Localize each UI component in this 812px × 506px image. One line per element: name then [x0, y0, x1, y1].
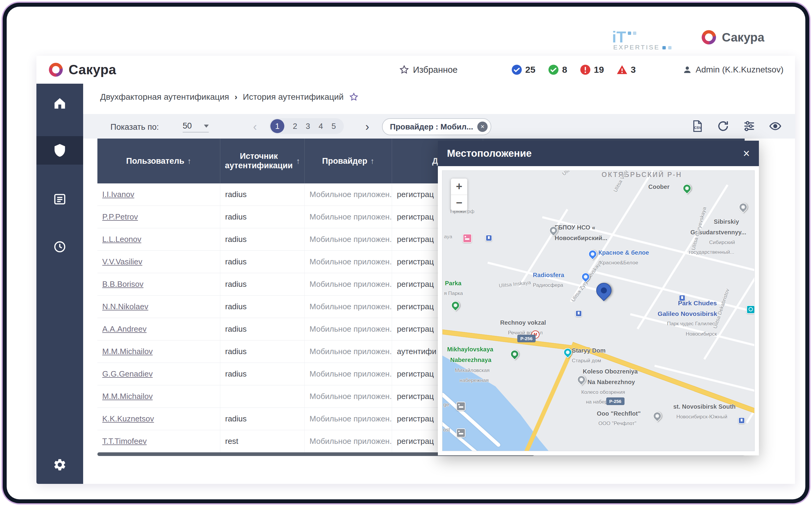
filter-chip-label: Провайдер : Мобил... — [390, 122, 473, 132]
column-header-user[interactable]: Пользователь ↑ — [97, 139, 220, 183]
provider-cell: Мобильное приложен... — [305, 385, 392, 408]
map-label: Красное & белое — [598, 249, 649, 256]
pagination-next[interactable]: › — [365, 119, 369, 134]
filter-chip-close-icon[interactable]: × — [477, 121, 488, 132]
provider-cell: Мобильное приложен... — [305, 228, 392, 250]
counter-success-total[interactable]: 25 — [511, 64, 535, 75]
zoom-in-button[interactable]: + — [451, 179, 467, 195]
column-header-provider[interactable]: Провайдер ↑ — [305, 139, 392, 183]
location-modal-body: + − ОКТЯБРЬСКИЙ Р-НUlitsa Sakko i VantCo… — [438, 166, 759, 455]
provider-cell: Мобильное приложен... — [305, 296, 392, 318]
source-cell: rest — [220, 430, 305, 452]
user-link[interactable]: G.G.Genadiev — [102, 369, 153, 379]
user-link[interactable]: T.T.Timofeev — [102, 437, 147, 446]
page-button-2[interactable]: 2 — [293, 121, 297, 131]
filter-settings-icon[interactable] — [743, 120, 755, 133]
warning-triangle-icon — [616, 64, 628, 75]
map-label: я Парка — [444, 290, 463, 297]
user-link[interactable]: B.B.Borisov — [102, 279, 144, 289]
check-circle-icon — [511, 64, 522, 75]
deco-square — [662, 46, 666, 50]
user-link[interactable]: I.I.Ivanov — [102, 190, 134, 199]
user-cell: M.M.Michailov — [97, 340, 220, 362]
map-pin-transit — [679, 295, 685, 301]
breadcrumb-favorite-star[interactable] — [349, 92, 359, 102]
map-label: Galileo Novosibirsk — [658, 310, 717, 318]
map-pin-hotel — [456, 402, 465, 411]
refresh-icon[interactable] — [717, 120, 730, 133]
map-pin-badge: P-256 — [517, 335, 535, 342]
sidebar-item-home[interactable] — [36, 89, 83, 118]
zoom-out-button[interactable]: − — [451, 195, 467, 211]
page-button-3[interactable]: 3 — [306, 121, 310, 131]
sort-asc-icon: ↑ — [370, 156, 374, 166]
provider-cell: Мобильное приложен... — [305, 206, 392, 228]
map-label: Сибирский — [709, 240, 735, 246]
user-link[interactable]: M.M.Michailov — [102, 392, 153, 401]
map-label: ost — [443, 427, 450, 433]
user-cell: I.I.Ivanov — [97, 183, 220, 205]
map-pin-green — [449, 299, 461, 311]
page-button-4[interactable]: 4 — [319, 121, 323, 131]
favorites-button[interactable]: Избранное — [399, 56, 458, 84]
user-cell: M.M.Michailov — [97, 385, 220, 408]
provider-cell: Мобильное приложен... — [305, 183, 392, 205]
page-size-select[interactable]: 50 — [183, 121, 209, 133]
column-header-source[interactable]: Источник аутентификации ↑ — [220, 139, 305, 183]
sidebar-item-security[interactable] — [36, 136, 83, 165]
map-pin-main[interactable] — [593, 279, 614, 301]
sakura-wordmark-top: Сакура — [722, 30, 764, 44]
map-label: Rechnoy vokzal — [500, 319, 546, 326]
check-circle-icon — [548, 64, 559, 75]
user-cell: G.G.Genadiev — [97, 363, 220, 385]
counter-warnings[interactable]: 3 — [616, 64, 636, 75]
map-canvas[interactable]: + − ОКТЯБРЬСКИЙ Р-НUlitsa Sakko i VantCo… — [442, 170, 755, 451]
pagination-pages: 12345 — [269, 118, 344, 134]
sidebar-item-settings[interactable] — [36, 450, 83, 479]
deco-square — [628, 31, 631, 35]
sidebar-item-history[interactable] — [36, 233, 83, 261]
user-cell: L.L.Leonov — [97, 228, 220, 250]
user-link[interactable]: P.P.Petrov — [102, 212, 138, 222]
provider-cell: Мобильное приложен... — [305, 363, 392, 385]
user-link[interactable]: N.N.Nikolaev — [102, 302, 148, 311]
sidebar-item-list[interactable] — [36, 185, 83, 214]
csv-export-icon[interactable]: CSV — [691, 120, 704, 133]
sakura-logo-header: Сакура — [47, 56, 116, 84]
breadcrumb-item-history[interactable]: История аутентификаций — [243, 92, 344, 102]
it-expertise-logo: iT EXPERTISE — [612, 31, 691, 51]
map-label: Новосибирск-Южный — [676, 414, 727, 420]
breadcrumb-item-2fa[interactable]: Двухфакторная аутентификация — [100, 92, 229, 102]
sort-asc-icon: ↑ — [187, 156, 191, 166]
user-cell: A.A.Andreev — [97, 318, 220, 340]
map-pin-tree — [509, 348, 521, 360]
eye-icon[interactable] — [769, 120, 782, 133]
exclamation-circle-icon — [580, 64, 591, 75]
map-label: Radiosfera — [533, 272, 564, 279]
table-actions: CSV — [691, 118, 782, 134]
pagination-prev[interactable]: ‹ — [253, 119, 257, 134]
user-link[interactable]: K.K.Kuznetsov — [102, 414, 154, 424]
status-counters: 258193 — [511, 56, 636, 84]
map-pin-gray — [651, 410, 663, 422]
user-link[interactable]: A.A.Andreev — [102, 324, 147, 334]
page-button-1[interactable]: 1 — [270, 119, 284, 133]
counter-errors[interactable]: 19 — [580, 64, 604, 75]
user-link[interactable]: L.L.Leonov — [102, 235, 141, 244]
source-cell: radius — [220, 228, 305, 250]
page-button-5[interactable]: 5 — [331, 121, 336, 131]
user-link[interactable]: V.V.Vasiliev — [102, 257, 142, 266]
user-menu[interactable]: Admin (K.K.Kuznetsov) — [682, 56, 784, 84]
provider-cell: Мобильное приложен... — [305, 340, 392, 362]
app-header: Сакура Избранное 258193 Admin (K.K.Kuzne… — [36, 56, 795, 84]
user-link[interactable]: M.M.Michailov — [102, 347, 153, 356]
user-cell: V.V.Vasiliev — [97, 251, 220, 273]
counter-success-recent[interactable]: 8 — [548, 64, 567, 75]
star-icon — [349, 92, 359, 102]
map-label: Sibirskiy — [714, 218, 739, 225]
filter-chip-provider[interactable]: Провайдер : Мобил... × — [382, 118, 491, 135]
close-icon[interactable]: × — [743, 148, 750, 159]
map-label: Ooo "Rechflot" — [597, 410, 641, 417]
map-label: Радиосфера — [533, 282, 563, 288]
page-size-value: 50 — [183, 121, 192, 131]
